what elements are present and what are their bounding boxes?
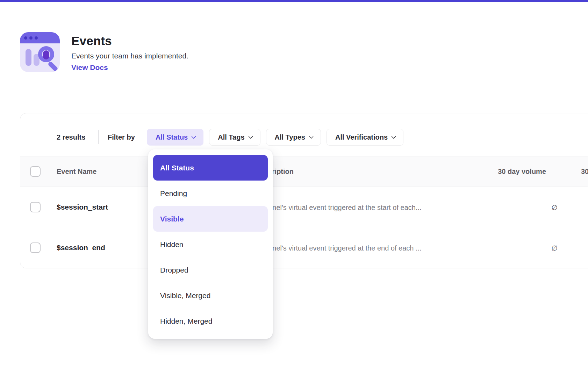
dropdown-item-visible-merged[interactable]: Visible, Merged [153,283,268,308]
row-checkbox[interactable] [30,202,41,212]
row-divider [20,228,588,228]
page-title: Events [71,34,112,48]
select-all-checkbox[interactable] [30,166,41,177]
events-app-icon [20,32,60,72]
dropdown-item-pending[interactable]: Pending [153,181,268,206]
filter-all-verifications-label: All Verifications [335,133,388,141]
event-name-session-end[interactable]: $session_end [57,244,105,252]
magnifier-core-icon [43,50,49,59]
event-30-day-volume: ∅ [552,244,558,252]
filter-by-label: Filter by [108,129,135,146]
browser-dot-icon [35,36,38,40]
filter-all-status-button[interactable]: All Status [147,129,203,146]
column-header-30-day-users[interactable]: 30 day users [581,168,588,176]
dropdown-item-hidden[interactable]: Hidden [153,232,268,257]
page-subtitle: Events your team has implemented. [71,52,188,60]
filter-all-verifications-button[interactable]: All Verifications [327,129,403,146]
chevron-down-icon [248,134,253,139]
icon-chart-bar [26,49,31,66]
chevron-down-icon [191,134,196,139]
dropdown-item-all-status[interactable]: All Status [153,155,268,181]
toolbar-divider [98,130,99,144]
magnifier-handle-icon [48,61,59,72]
view-docs-link[interactable]: View Docs [71,63,108,72]
filter-all-status-label: All Status [156,133,188,141]
event-30-day-volume: ∅ [552,203,558,212]
filter-all-tags-button[interactable]: All Tags [209,129,260,146]
event-description: Mixpanel's virtual event triggered at th… [254,244,422,252]
dropdown-item-hidden-merged[interactable]: Hidden, Merged [153,308,268,334]
top-accent-bar [0,0,588,2]
filter-group: All Status All Tags All Types All Verifi… [147,129,403,146]
status-dropdown-menu: All Status Pending Visible Hidden Droppe… [148,149,273,339]
browser-dot-icon [24,36,27,40]
row-checkbox[interactable] [30,242,41,253]
results-count: 2 results [57,129,85,146]
filter-all-types-label: All Types [275,133,305,141]
event-name-session-start[interactable]: $session_start [57,203,108,211]
events-page: Events Events your team has implemented.… [0,0,588,366]
filter-all-types-button[interactable]: All Types [266,129,321,146]
event-description: Mixpanel's virtual event triggered at th… [254,204,422,212]
dropdown-item-visible[interactable]: Visible [153,206,268,232]
column-header-event-name[interactable]: Event Name [57,168,97,176]
browser-dot-icon [29,36,33,40]
chevron-down-icon [309,134,314,139]
chevron-down-icon [391,134,396,139]
dropdown-item-dropped[interactable]: Dropped [153,257,268,283]
icon-browser-titlebar [20,32,60,43]
column-header-30-day-volume[interactable]: 30 day volume [498,168,546,176]
filter-all-tags-label: All Tags [218,133,244,141]
